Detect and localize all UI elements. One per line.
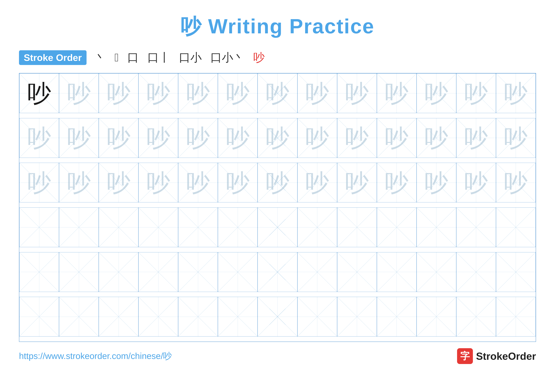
grid-cell[interactable]: 吵 <box>496 163 536 202</box>
grid-cell[interactable]: 吵 <box>99 118 139 158</box>
grid-cell[interactable] <box>99 252 139 292</box>
grid-cell[interactable] <box>19 252 59 292</box>
grid-cell[interactable]: 吵 <box>218 73 258 113</box>
page-title: 吵 Writing Practice <box>181 13 374 41</box>
grid-cell[interactable]: 吵 <box>297 163 337 202</box>
grid-cell[interactable]: 吵 <box>258 73 297 113</box>
grid-cell[interactable]: 吵 <box>178 118 218 158</box>
grid-cell[interactable] <box>377 297 416 336</box>
cell-char: 吵 <box>226 81 250 105</box>
grid-cell[interactable] <box>139 252 178 292</box>
grid-cell[interactable]: 吵 <box>496 73 536 113</box>
grid-cell[interactable] <box>496 252 536 292</box>
grid-cell[interactable]: 吵 <box>297 73 337 113</box>
grid-cell[interactable] <box>456 297 496 336</box>
grid-cell[interactable] <box>337 207 377 247</box>
grid-cell[interactable] <box>218 252 258 292</box>
stroke-order-badge: Stroke Order <box>19 50 87 65</box>
grid-cell[interactable]: 吵 <box>99 163 139 202</box>
grid-cell[interactable]: 吵 <box>59 163 99 202</box>
page: 吵 Writing Practice Stroke Order 丶 𠃍 口 口丨… <box>0 0 555 392</box>
cell-char: 吵 <box>226 126 250 150</box>
grid-cell[interactable] <box>99 207 139 247</box>
cell-char: 吵 <box>424 81 448 105</box>
grid-cell[interactable]: 吵 <box>19 73 59 113</box>
grid-cell[interactable]: 吵 <box>19 118 59 158</box>
grid-cell[interactable] <box>19 207 59 247</box>
grid-cell[interactable] <box>496 207 536 247</box>
grid-cell[interactable]: 吵 <box>139 118 178 158</box>
grid-cell[interactable]: 吵 <box>59 73 99 113</box>
cell-char: 吵 <box>305 81 329 105</box>
grid-cell[interactable] <box>258 207 297 247</box>
grid-cell[interactable]: 吵 <box>59 118 99 158</box>
grid-cell[interactable]: 吵 <box>456 118 496 158</box>
grid-cell[interactable] <box>416 207 456 247</box>
grid-cell[interactable] <box>178 207 218 247</box>
grid-cell[interactable] <box>377 252 416 292</box>
grid-cell[interactable]: 吵 <box>19 163 59 202</box>
grid-cell[interactable] <box>139 297 178 336</box>
grid-cell[interactable]: 吵 <box>377 118 416 158</box>
grid-cell[interactable] <box>297 207 337 247</box>
cell-char: 吵 <box>146 126 170 150</box>
stroke-step-5: 口小 <box>179 50 202 65</box>
grid-cell[interactable]: 吵 <box>337 118 377 158</box>
grid-cell[interactable] <box>218 297 258 336</box>
grid-cell[interactable] <box>297 252 337 292</box>
title-suffix: Writing Practice <box>202 15 374 38</box>
title-char: 吵 <box>181 15 202 38</box>
cell-char: 吵 <box>186 126 210 150</box>
cell-char: 吵 <box>464 126 488 150</box>
cell-char: 吵 <box>27 81 51 105</box>
cell-char: 吵 <box>266 126 289 150</box>
grid-cell[interactable] <box>19 297 59 336</box>
cell-char: 吵 <box>146 171 170 194</box>
grid-cell[interactable] <box>139 207 178 247</box>
grid-cell[interactable]: 吵 <box>178 163 218 202</box>
grid-cell[interactable]: 吵 <box>337 73 377 113</box>
grid-cell[interactable]: 吵 <box>99 73 139 113</box>
grid-cell[interactable] <box>456 252 496 292</box>
grid-cell[interactable]: 吵 <box>218 118 258 158</box>
grid-cell[interactable] <box>297 297 337 336</box>
grid-cell[interactable]: 吵 <box>416 163 456 202</box>
grid-cell[interactable]: 吵 <box>297 118 337 158</box>
grid-cell[interactable] <box>59 252 99 292</box>
footer-logo-icon: 字 <box>457 348 473 364</box>
grid-cell[interactable]: 吵 <box>258 118 297 158</box>
grid-cell[interactable]: 吵 <box>416 73 456 113</box>
grid-cell[interactable]: 吵 <box>258 163 297 202</box>
grid-cell[interactable] <box>496 297 536 336</box>
grid-cell[interactable]: 吵 <box>139 73 178 113</box>
cell-char: 吵 <box>107 126 131 150</box>
grid-cell[interactable]: 吵 <box>377 73 416 113</box>
grid-cell[interactable] <box>178 252 218 292</box>
grid-cell[interactable] <box>416 297 456 336</box>
cell-char: 吵 <box>146 81 170 105</box>
grid-cell[interactable]: 吵 <box>456 73 496 113</box>
grid-cell[interactable] <box>377 207 416 247</box>
cell-char: 吵 <box>345 171 369 194</box>
grid-cell[interactable] <box>337 297 377 336</box>
grid-cell[interactable] <box>416 252 456 292</box>
grid-cell[interactable]: 吵 <box>377 163 416 202</box>
grid-cell[interactable]: 吵 <box>218 163 258 202</box>
grid-cell[interactable]: 吵 <box>416 118 456 158</box>
grid-cell[interactable]: 吵 <box>496 118 536 158</box>
grid-cell[interactable] <box>59 207 99 247</box>
practice-grid: 吵吵吵吵吵吵吵吵吵吵吵吵吵吵吵吵吵吵吵吵吵吵吵吵吵吵吵吵吵吵吵吵吵吵吵吵吵吵吵 <box>19 73 536 342</box>
grid-cell[interactable] <box>178 297 218 336</box>
grid-cell[interactable] <box>337 252 377 292</box>
grid-cell[interactable] <box>456 207 496 247</box>
grid-cell[interactable] <box>99 297 139 336</box>
grid-cell[interactable]: 吵 <box>337 163 377 202</box>
grid-cell[interactable]: 吵 <box>178 73 218 113</box>
grid-cell[interactable] <box>59 297 99 336</box>
grid-cell[interactable] <box>218 207 258 247</box>
grid-cell[interactable]: 吵 <box>456 163 496 202</box>
cell-char: 吵 <box>226 171 250 194</box>
grid-cell[interactable] <box>258 297 297 336</box>
grid-cell[interactable] <box>258 252 297 292</box>
grid-cell[interactable]: 吵 <box>139 163 178 202</box>
